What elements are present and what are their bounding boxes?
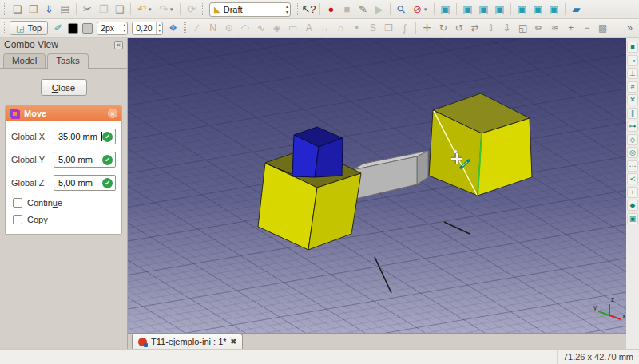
undo-caret-icon[interactable]: ▾ [149, 6, 155, 13]
snap-parallel-icon[interactable]: ∥ [627, 108, 638, 119]
macro-edit-icon[interactable]: ✎ [355, 2, 371, 17]
autogroup-icon[interactable]: ❖ [165, 21, 181, 35]
snap-special-icon[interactable]: ◆ [627, 200, 638, 211]
tab-model[interactable]: Model [3, 53, 46, 68]
global-z-input[interactable]: 5,00 mm ✔ [54, 175, 116, 191]
draft-upgrade-icon[interactable]: ⇧ [483, 21, 498, 35]
draft-dimension-icon[interactable]: ↔ [317, 21, 332, 35]
draft-facebinder-icon[interactable]: ❒ [381, 21, 396, 35]
draft-wire-icon[interactable]: N [205, 21, 220, 35]
snap-intersection-icon[interactable]: ✕ [627, 94, 638, 105]
move-task-close-icon[interactable]: ✕ [108, 109, 117, 118]
spin-up-icon[interactable]: ▴ [284, 4, 290, 10]
viewport-3d[interactable]: x y z [128, 38, 626, 333]
snap-lock-icon[interactable]: ■ [627, 42, 638, 53]
blue-cube[interactable] [292, 127, 343, 177]
view-front-icon[interactable]: ▣ [460, 2, 475, 17]
spin-down-icon[interactable]: ▾ [157, 28, 162, 34]
global-x-input[interactable]: 35,00 mm ✔ [54, 129, 116, 144]
draft-arc-3points-icon[interactable]: ∩ [333, 21, 348, 35]
face-color-swatch[interactable] [82, 23, 93, 34]
spin-down-icon[interactable]: ▾ [284, 10, 290, 15]
draft-to-sketch-icon[interactable]: ≋ [547, 21, 562, 35]
copy-checkbox[interactable] [13, 215, 22, 224]
snap-concentric-icon[interactable]: ◎ [627, 147, 638, 158]
snap-working-plane-icon[interactable]: ▣ [627, 213, 638, 224]
working-plane-button[interactable]: ◲Top [10, 21, 48, 35]
draft-rectangle-icon[interactable]: ▭ [285, 21, 300, 35]
undo-icon[interactable]: ↶ [134, 2, 149, 17]
panel-close-icon[interactable]: ✕ [114, 41, 123, 49]
continue-checkbox[interactable] [13, 198, 22, 208]
draw-style-icon[interactable]: ⊘ [410, 2, 425, 17]
spin-down-icon[interactable]: ▾ [121, 28, 127, 34]
snap-ortho-icon[interactable]: + [627, 187, 638, 198]
snap-dimensions-icon[interactable]: ⋯ [627, 160, 638, 172]
snap-perpendicular-icon[interactable]: ⊥ [627, 68, 638, 79]
macro-stop-icon[interactable]: ■ [339, 2, 355, 17]
spinner-buttons[interactable]: ▴▾ [284, 3, 290, 16]
view-right-icon[interactable]: ▣ [492, 2, 507, 17]
draft-scale-icon[interactable]: ◱ [515, 21, 530, 35]
paste-icon[interactable]: ❑ [112, 2, 127, 17]
draft-shapestring-icon[interactable]: S [365, 21, 380, 35]
view-rear-icon[interactable]: ▣ [514, 2, 530, 17]
view-left-icon[interactable]: ▣ [546, 2, 562, 17]
cut-icon[interactable]: ✂ [80, 2, 95, 17]
draft-shape2dview-icon[interactable]: ▩ [595, 21, 610, 35]
global-y-input[interactable]: 5,00 mm ✔ [54, 152, 116, 168]
draft-add-point-icon[interactable]: + [563, 21, 578, 35]
line-width-spinbox[interactable]: 2px▴▾ [97, 22, 128, 35]
draft-downgrade-icon[interactable]: ⇩ [499, 21, 514, 35]
open-file-icon[interactable]: ❒ [26, 2, 41, 17]
tab-tasks[interactable]: Tasks [47, 53, 88, 69]
draft-trimex-icon[interactable]: ⇄ [467, 21, 482, 35]
view-top-icon[interactable]: ▣ [476, 2, 491, 17]
document-tab[interactable]: T11-ejemplo-ini : 1* ✖ [132, 334, 243, 349]
document-tab-close-icon[interactable]: ✖ [231, 338, 237, 346]
snap-endpoint-icon[interactable]: ⊸ [627, 55, 638, 66]
close-button[interactable]: Close [41, 79, 87, 96]
view-isometric-icon[interactable]: ▣ [438, 2, 453, 17]
workbench-selector[interactable]: ◣Draft▴▾ [209, 2, 291, 17]
draft-bezcurve-icon[interactable]: ∫ [397, 21, 412, 35]
draft-point-icon[interactable]: • [349, 21, 364, 35]
toolbar-overflow-icon[interactable]: » [622, 21, 637, 35]
construction-mode-icon[interactable]: ✐ [50, 21, 65, 35]
scene-svg[interactable]: x y z [128, 38, 626, 333]
new-file-icon[interactable]: ❏ [10, 2, 25, 17]
copy-icon[interactable]: ❐ [96, 2, 111, 17]
redo-icon[interactable]: ↷ [156, 2, 171, 17]
measure-distance-icon[interactable]: ▰ [569, 2, 584, 17]
view-bottom-icon[interactable]: ▣ [530, 2, 546, 17]
fit-all-icon[interactable]: ⚲ [391, 0, 411, 20]
save-file-icon[interactable]: ⇓ [42, 2, 57, 17]
draft-polygon-icon[interactable]: ◈ [269, 21, 284, 35]
spinner-buttons[interactable]: ▴▾ [121, 22, 127, 34]
draft-rotate-icon[interactable]: ↻ [435, 21, 450, 35]
spinner-buttons[interactable]: ▴▾ [156, 22, 162, 34]
refresh-icon[interactable]: ⟳ [184, 2, 199, 17]
draw-style-caret-icon[interactable]: ▾ [424, 6, 431, 13]
text-scale-spinbox[interactable]: 0,20▴▾ [132, 22, 163, 35]
macro-play-icon[interactable]: ▶ [371, 2, 387, 17]
draft-bspline-icon[interactable]: ∿ [253, 21, 268, 35]
snap-grid-icon[interactable]: # [627, 81, 638, 93]
macro-record-icon[interactable]: ● [323, 2, 339, 17]
draft-line-icon[interactable]: ∕ [189, 21, 204, 35]
draft-edit-icon[interactable]: ✏ [531, 21, 546, 35]
snap-near-icon[interactable]: ≺ [627, 173, 638, 184]
draft-move-icon[interactable]: ✛ [419, 21, 435, 35]
snap-center-icon[interactable]: ◇ [627, 134, 638, 145]
print-icon[interactable]: ▤ [58, 2, 73, 17]
redo-caret-icon[interactable]: ▾ [170, 6, 177, 13]
draft-offset-icon[interactable]: ↺ [451, 21, 466, 35]
draft-circle-icon[interactable]: ⊙ [221, 21, 236, 35]
snap-extension-icon[interactable]: ⊶ [627, 121, 638, 132]
draft-arc-icon[interactable]: ◠ [237, 21, 252, 35]
spin-up-icon[interactable]: ▴ [157, 22, 162, 28]
draft-delete-point-icon[interactable]: − [579, 21, 594, 35]
spin-up-icon[interactable]: ▴ [121, 22, 127, 28]
whats-this-icon[interactable]: ↖? [301, 2, 316, 17]
line-color-swatch[interactable] [68, 23, 78, 34]
